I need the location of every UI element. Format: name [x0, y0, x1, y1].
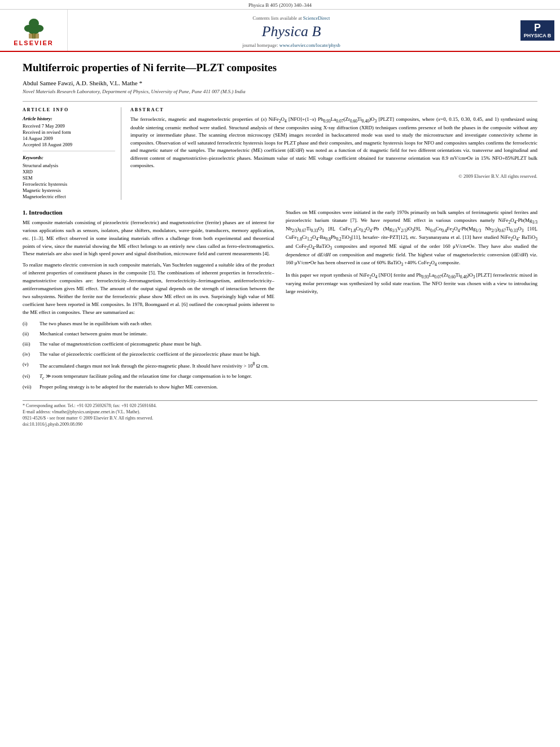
body-right-column: Studies on ME composites were initiated … [286, 209, 537, 394]
physica-badge-area: P PHYSICA B [515, 10, 560, 51]
right-paragraph-1: Studies on ME composites were initiated … [286, 209, 537, 268]
abstract-label: ABSTRACT [130, 107, 537, 112]
elsevier-wordmark: ELSEVIER [14, 40, 53, 46]
revised-label: Received in revised form [23, 129, 115, 135]
journal-header: ELSEVIER Contents lists available at Sci… [0, 10, 560, 52]
article-info-label: ARTICLE INFO [23, 107, 115, 112]
keywords-list: Structural analysis XRD SEM Ferroelectri… [23, 163, 115, 199]
badge-letter: P [524, 23, 552, 33]
authors: Abdul Samee Fawzi, A.D. Sheikh, V.L. Mat… [23, 80, 537, 86]
journal-title-area: Contents lists available at ScienceDirec… [68, 10, 515, 51]
keyword-5: Magnetic hysteresis [23, 187, 115, 193]
conditions-list: (i) The two phases must be in equilibriu… [23, 320, 274, 391]
body-section: 1. Introduction ME composite materials c… [23, 209, 537, 394]
intro-paragraph-2: To realize magneto electric conversion i… [23, 261, 274, 317]
email-note: E-mail address: vlmathe@physics.unipune.… [23, 409, 537, 414]
sciencedirect-link[interactable]: ScienceDirect [303, 15, 330, 21]
keywords-section: Keywords: Structural analysis XRD SEM Fe… [23, 155, 115, 199]
list-item-1: (i) The two phases must be in equilibriu… [23, 320, 274, 328]
doi-note: doi:10.1016/j.physb.2009.08.090 [23, 422, 537, 427]
article-history: Article history: Received 7 May 2009 Rec… [23, 116, 115, 147]
journal-citation: Physica B 405 (2010) 340–344 [248, 2, 312, 8]
physica-badge: P PHYSICA B [520, 20, 555, 41]
keyword-4: Ferroelectric hysteresis [23, 181, 115, 187]
article-title: Multiferroic properties of Ni ferrite—PL… [23, 61, 537, 75]
svg-point-4 [29, 19, 39, 28]
elsevier-logo-area: ELSEVIER [0, 10, 68, 51]
revised-date: 14 August 2009 [23, 136, 115, 141]
keyword-2: XRD [23, 169, 115, 174]
footer-notes: * Corresponding author. Tel.: +91 020 25… [23, 400, 537, 427]
article-info-column: ARTICLE INFO Article history: Received 7… [23, 107, 121, 200]
abstract-text: The ferroelectric, magnetic and magnetoe… [130, 116, 537, 170]
journal-bar: Physica B 405 (2010) 340–344 [0, 0, 560, 10]
keyword-6: Magnetoelectric effect [23, 194, 115, 199]
copyright-line: © 2009 Elsevier B.V. All rights reserved… [130, 173, 537, 179]
list-item-4: (iv) The value of piezoelectric coeffici… [23, 351, 274, 359]
accepted-date: Accepted 18 August 2009 [23, 142, 115, 147]
body-left-column: 1. Introduction ME composite materials c… [23, 209, 274, 394]
journal-name: Physica B [262, 23, 321, 40]
affiliation: Novel Materials Research Laboratory, Dep… [23, 89, 537, 94]
list-item-5: (v) The accumulated charges must not lea… [23, 361, 274, 370]
received-date: Received 7 May 2009 [23, 123, 115, 129]
list-item-2: (ii) Mechanical contact between grains m… [23, 330, 274, 338]
badge-text: PHYSICA B [524, 33, 552, 38]
homepage-link[interactable]: www.elsevier.com/locate/physb [279, 42, 340, 48]
abstract-column: ABSTRACT The ferroelectric, magnetic and… [130, 107, 537, 200]
article-history-heading: Article history: [23, 116, 115, 121]
keyword-1: Structural analysis [23, 163, 115, 168]
list-item-3: (iii) The value of magnetostriction coef… [23, 340, 274, 348]
introduction-heading: 1. Introduction [23, 209, 274, 216]
journal-homepage-label: journal homepage: www.elsevier.com/locat… [242, 42, 340, 48]
list-item-7: (vii) Proper poling strategy is to be ad… [23, 383, 274, 391]
corresponding-author-note: * Corresponding author. Tel.: +91 020 25… [23, 403, 537, 408]
main-content: Multiferroic properties of Ni ferrite—PL… [0, 52, 560, 437]
list-item-6: (vi) Tc ≫ room temperature facilitate po… [23, 373, 274, 381]
right-paragraph-2: In this paper we report synthesis of NiF… [286, 272, 537, 296]
article-info-abstract: ARTICLE INFO Article history: Received 7… [23, 101, 537, 200]
elsevier-tree-icon [17, 14, 51, 40]
sciencedirect-label: Contents lists available at ScienceDirec… [253, 15, 330, 21]
keywords-heading: Keywords: [23, 155, 115, 160]
issn-note: 0921-4526/$ - see front matter © 2009 El… [23, 416, 537, 421]
keyword-3: SEM [23, 175, 115, 181]
intro-paragraph-1: ME composite materials consisting of pie… [23, 219, 274, 259]
